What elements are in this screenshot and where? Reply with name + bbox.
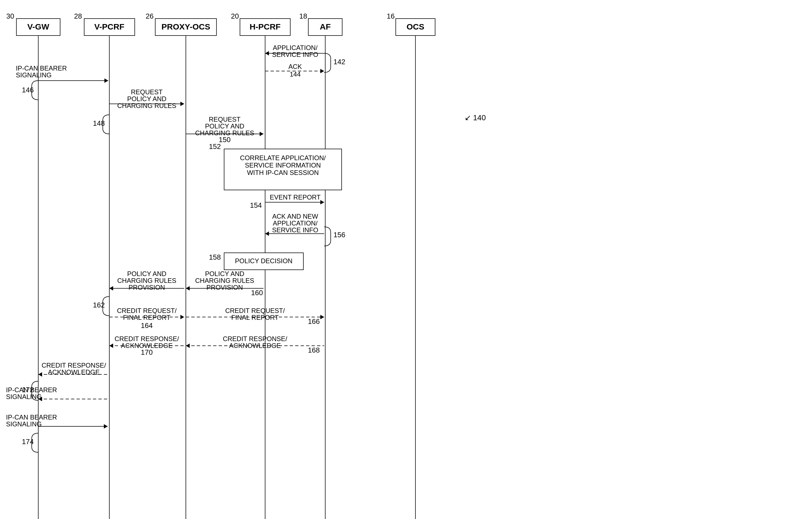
svg-marker-45 (104, 424, 108, 429)
msg160-text3: PROVISION (206, 284, 243, 291)
msg164-text1: CREDIT REQUEST/ (117, 307, 177, 314)
msg-ipcan-bearer-left2: SIGNALING (6, 393, 42, 400)
proxyocs-ref: 26 (146, 12, 154, 20)
msg150-text1: REQUEST (209, 116, 240, 123)
hpcrf-label: H-PCRF (250, 22, 281, 31)
vgw-ref: 30 (6, 12, 14, 20)
fig-ref: ↙ 140 (465, 113, 486, 122)
ocs-ref: 16 (387, 12, 395, 20)
svg-marker-24 (320, 200, 324, 204)
msg164-text2: FINAL REPORT (123, 314, 171, 321)
svg-marker-35 (320, 315, 324, 319)
svg-marker-39 (109, 344, 113, 348)
msg148-text2: POLICY AND (127, 95, 167, 103)
svg-marker-19 (180, 102, 184, 106)
proxyocs-label: PROXY-OCS (162, 22, 210, 31)
ref166: 166 (308, 317, 320, 325)
msg162-text2: CHARGING RULES (117, 277, 176, 284)
ref164: 164 (141, 321, 152, 329)
msg162-text1: POLICY AND (127, 270, 167, 278)
ref154: 154 (250, 201, 262, 209)
ref168: 168 (308, 346, 320, 354)
ocs-label: OCS (406, 22, 424, 31)
svg-marker-15 (320, 69, 324, 73)
vgw-label: V-GW (27, 22, 50, 31)
msg144-text: ACK (288, 63, 302, 70)
ref142: 142 (334, 58, 345, 66)
svg-marker-17 (105, 79, 108, 83)
msg160-text1: POLICY AND (205, 270, 244, 278)
svg-marker-13 (265, 51, 269, 56)
vpcrf-label: V-PCRF (94, 22, 124, 31)
msg156-text1: ACK AND NEW (272, 213, 318, 220)
msg146-text: IP-CAN BEARER (16, 64, 67, 72)
ref148: 148 (93, 119, 105, 127)
ref174: 174 (22, 437, 34, 446)
msg150-text2: POLICY AND (205, 122, 244, 130)
msg156-text2: APPLICATION/ (273, 220, 318, 227)
svg-marker-31 (109, 286, 113, 290)
msg166-text2: FINAL REPORT (231, 314, 279, 321)
svg-marker-21 (260, 132, 263, 136)
svg-marker-29 (186, 286, 190, 290)
ref144: 144 (290, 70, 301, 78)
diagram: V-GW 30 V-PCRF 28 PROXY-OCS 26 H-PCRF 20… (0, 0, 812, 519)
msg142-text2: SERVICE INFO (272, 51, 318, 58)
msg148-text1: REQUEST (131, 88, 163, 96)
ref160: 160 (251, 289, 263, 297)
diagram-svg: V-GW 30 V-PCRF 28 PROXY-OCS 26 H-PCRF 20… (0, 0, 812, 519)
msg166-text1: CREDIT REQUEST/ (225, 307, 285, 314)
correlate-text2: SERVICE INFORMATION (245, 162, 321, 169)
ref152: 152 (209, 142, 221, 151)
ref170: 170 (141, 348, 152, 356)
ref146: 146 (22, 86, 34, 94)
vpcrf-ref: 28 (74, 12, 82, 20)
msg172-text2: ACKNOWLEDGE (48, 368, 99, 376)
msg154-text: EVENT REPORT (270, 194, 321, 201)
af-label: AF (320, 22, 331, 31)
msg168-text1: CREDIT RESPONSE/ (223, 335, 287, 342)
policydecision-text: POLICY DECISION (235, 257, 292, 264)
msg142-text: APPLICATION/ (273, 44, 318, 51)
svg-marker-37 (186, 344, 190, 348)
ref156: 156 (334, 231, 345, 239)
correlate-text1: CORRELATE APPLICATION/ (240, 154, 326, 162)
msg148-text3: CHARGING RULES (117, 102, 176, 109)
msg168-text2: ACKNOWLEDGE (229, 342, 281, 349)
ref162: 162 (93, 301, 105, 309)
ref158: 158 (209, 253, 221, 261)
msg170-text1: CREDIT RESPONSE/ (115, 335, 179, 342)
msg160-text2: CHARGING RULES (195, 277, 254, 284)
msg162-text3: PROVISION (128, 284, 165, 291)
hpcrf-ref: 20 (231, 12, 239, 20)
svg-marker-33 (180, 315, 184, 319)
msg172-text1: CREDIT RESPONSE/ (41, 362, 106, 369)
msg-ipcan-bearer-left1: IP-CAN BEARER (6, 386, 57, 394)
correlate-text3: WITH IP-CAN SESSION (247, 169, 319, 176)
msg174-text2: SIGNALING (6, 420, 42, 428)
msg146-text2: SIGNALING (16, 71, 52, 79)
msg156-text3: SERVICE INFO (272, 226, 318, 234)
svg-marker-26 (265, 231, 269, 236)
af-ref: 18 (299, 12, 307, 20)
svg-marker-41 (38, 372, 42, 377)
msg174-text1: IP-CAN BEARER (6, 413, 57, 421)
